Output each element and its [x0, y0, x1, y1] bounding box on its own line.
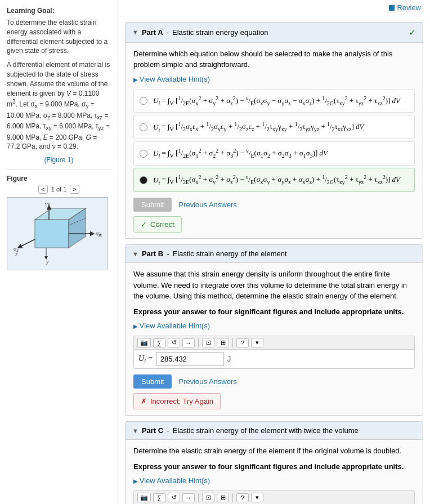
- part-c-instruction: Express your answer to four significant …: [133, 461, 415, 472]
- part-b-separator: -: [167, 249, 169, 258]
- part-b-instruction: Express your answer to four significant …: [133, 306, 415, 318]
- part-a-title: Elastic strain energy equation: [172, 28, 268, 37]
- part-b-prev-answers[interactable]: Previous Answers: [178, 377, 236, 386]
- review-icon: [389, 5, 395, 11]
- review-button[interactable]: Review: [389, 3, 421, 12]
- toolbar-sum-btn-c[interactable]: ∑: [153, 493, 165, 502]
- part-b-header: ▼ Part B - Elastic strain energy of the …: [126, 245, 423, 263]
- figure-prev-btn[interactable]: <: [38, 185, 47, 194]
- part-b-section: ▼ Part B - Elastic strain energy of the …: [125, 244, 423, 416]
- toolbar-sum-btn[interactable]: ∑: [153, 338, 165, 347]
- part-a-prev-answers[interactable]: Previous Answers: [178, 200, 236, 209]
- toolbar-help-btn[interactable]: ?: [236, 338, 249, 347]
- part-b-label: Part B: [142, 249, 163, 258]
- eq-radio-4: [140, 176, 147, 184]
- toolbar-sep-c1: [198, 493, 199, 502]
- eq-text-3: Ui = ∫V [1/2E(σ12 + σ22 + σ32) − ν/E(σ1σ…: [153, 146, 328, 160]
- svg-text:z: z: [15, 252, 18, 257]
- toolbar-sep-2: [232, 338, 233, 347]
- toolbar-more-btn[interactable]: ▾: [251, 338, 263, 347]
- sidebar: Learning Goal: To determine the elastic …: [0, 0, 118, 504]
- figure-page: 1 of 1: [51, 186, 67, 193]
- part-a-hint-link[interactable]: View Available Hint(s): [133, 75, 210, 83]
- part-c-hint-link[interactable]: View Available Hint(s): [133, 476, 210, 485]
- part-a-correct-badge: ✓ Correct: [133, 216, 182, 233]
- toolbar-sep-1: [198, 338, 199, 347]
- toolbar-img-btn-c[interactable]: 📷: [137, 493, 151, 502]
- svg-marker-0: [35, 220, 69, 248]
- learning-goal-title: Learning Goal:: [7, 7, 111, 15]
- part-c-header: ▼ Part C - Elastic strain energy of the …: [126, 422, 423, 440]
- figure-label: Figure: [7, 175, 111, 182]
- part-b-description: We assume that this strain energy densit…: [133, 269, 415, 302]
- toolbar-undo-btn-c[interactable]: ↺: [168, 493, 180, 502]
- part-b-body: We assume that this strain energy densit…: [126, 263, 423, 415]
- part-a-submit-row: Submit Previous Answers: [133, 198, 415, 212]
- incorrect-text-b: Incorrect; Try Again: [150, 397, 213, 405]
- equation-option-1[interactable]: Ui = ∫V [1/2E(σx2 + σy2 + σz2) − ν/E(σxσ…: [133, 89, 415, 113]
- svg-text:σy: σy: [45, 203, 50, 207]
- part-b-answer-input[interactable]: [156, 352, 224, 366]
- part-c-title: Elastic strain energy of the element wit…: [173, 426, 359, 435]
- review-area: Review: [118, 0, 430, 16]
- part-a-header: ▼ Part A - Elastic strain energy equatio…: [126, 23, 423, 43]
- part-b-toggle[interactable]: ▼: [132, 251, 138, 257]
- toolbar-redo-btn[interactable]: →: [182, 338, 195, 347]
- toolbar-help-btn-c[interactable]: ?: [236, 493, 249, 502]
- toolbar-img-btn[interactable]: 📷: [137, 338, 151, 347]
- part-a-label: Part A: [142, 28, 163, 37]
- part-b-unit: J: [227, 355, 231, 363]
- part-a-check-icon: ✓: [409, 27, 416, 38]
- correct-text: Correct: [150, 220, 174, 229]
- part-a-section: ▼ Part A - Elastic strain energy equatio…: [125, 22, 423, 239]
- part-a-description: Determine which equation below should be…: [133, 48, 415, 70]
- eq-text-2: Ui = ∫V [1/2σxεx + 1/2σyεy + 1/2σzεz + 1…: [153, 120, 364, 134]
- learning-goal-text: To determine the elastic strain energy a…: [7, 18, 111, 56]
- toolbar-more-btn-c[interactable]: ▾: [251, 493, 263, 502]
- part-c-input-wrapper: 📷 ∑ ↺ → ⊡ ⊞ ? ▾ Ui = J: [133, 490, 415, 504]
- part-b-input-wrapper: 📷 ∑ ↺ → ⊡ ⊞ ? ▾ Ui = J: [133, 336, 415, 369]
- figure-next-btn[interactable]: >: [70, 185, 79, 194]
- part-c-section: ▼ Part C - Elastic strain energy of the …: [125, 421, 423, 504]
- part-b-incorrect-badge: ✗ Incorrect; Try Again: [133, 393, 221, 409]
- eq-radio-3: [140, 150, 147, 158]
- learning-goal-section: Learning Goal: To determine the elastic …: [7, 7, 111, 164]
- toolbar-table-btn-c[interactable]: ⊞: [217, 493, 229, 502]
- part-a-body: Determine which equation below should be…: [126, 43, 423, 239]
- svg-text:y: y: [46, 259, 49, 265]
- figure-box: σx σy σz z x y: [7, 197, 108, 270]
- eq-text-1: Ui = ∫V [1/2E(σx2 + σy2 + σz2) − ν/E(σxσ…: [153, 94, 400, 108]
- toolbar-table-btn[interactable]: ⊞: [217, 338, 229, 347]
- equation-option-3[interactable]: Ui = ∫V [1/2E(σ12 + σ22 + σ32) − ν/E(σ1σ…: [133, 141, 415, 166]
- part-c-body: Determine the elastic strain energy of t…: [126, 440, 423, 504]
- svg-text:x: x: [99, 232, 102, 238]
- figure-section: Figure < 1 of 1 > σx σy σz: [7, 170, 111, 270]
- review-label: Review: [397, 3, 421, 12]
- toolbar-grid-btn[interactable]: ⊡: [202, 338, 214, 347]
- part-b-title: Elastic strain energy of the element: [173, 249, 287, 258]
- correct-check-icon: ✓: [141, 220, 147, 229]
- toolbar-redo-btn-c[interactable]: →: [182, 493, 195, 502]
- part-c-description: Determine the elastic strain energy of t…: [133, 445, 415, 457]
- part-b-hint-link[interactable]: View Available Hint(s): [133, 322, 210, 330]
- equation-list: Ui = ∫V [1/2E(σx2 + σy2 + σz2) − ν/E(σxσ…: [133, 89, 415, 193]
- eq-text-4: Ui = ∫V [1/2E(σx2 + σy2 + σz2) − ν/E(σxσ…: [153, 173, 400, 187]
- part-c-toggle[interactable]: ▼: [132, 427, 138, 434]
- part-a-submit-button[interactable]: Submit: [133, 198, 172, 212]
- equation-option-2[interactable]: Ui = ∫V [1/2σxεx + 1/2σyεy + 1/2σzεz + 1…: [133, 115, 415, 139]
- figure-nav: < 1 of 1 >: [7, 185, 111, 194]
- toolbar-grid-btn-c[interactable]: ⊡: [202, 493, 214, 502]
- part-b-input-row: Ui = J: [133, 349, 415, 369]
- main-content: Review ▼ Part A - Elastic strain energy …: [118, 0, 430, 504]
- toolbar-undo-btn[interactable]: ↺: [168, 338, 180, 347]
- figure-cube-svg: σx σy σz z x y: [12, 203, 102, 265]
- part-b-submit-button[interactable]: Submit: [133, 374, 172, 389]
- equation-option-4[interactable]: Ui = ∫V [1/2E(σx2 + σy2 + σz2) − ν/E(σxσ…: [133, 168, 415, 192]
- problem-text: A differential element of material is su…: [7, 60, 111, 151]
- svg-line-7: [18, 239, 35, 248]
- part-a-toggle[interactable]: ▼: [132, 29, 138, 35]
- toolbar-sep-c2: [232, 493, 233, 502]
- part-c-label: Part C: [142, 426, 163, 435]
- part-c-toolbar: 📷 ∑ ↺ → ⊡ ⊞ ? ▾: [133, 490, 415, 504]
- figure-link[interactable]: (Figure 1): [7, 156, 111, 164]
